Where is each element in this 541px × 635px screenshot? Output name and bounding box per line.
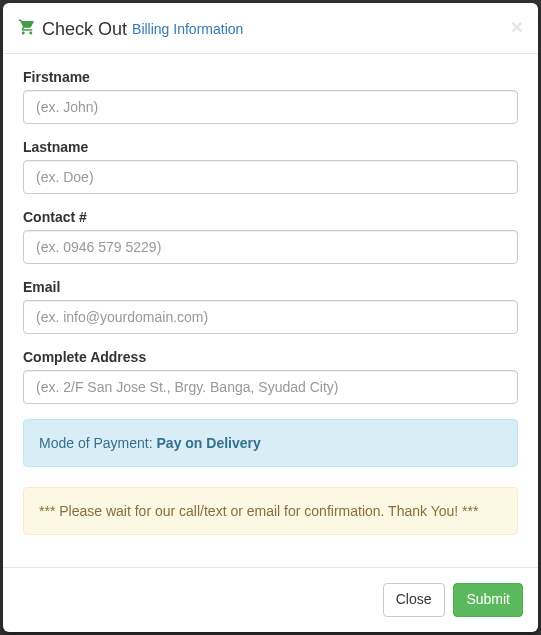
- modal-footer: Close Submit: [3, 567, 538, 632]
- payment-mode-label: Mode of Payment:: [39, 435, 157, 451]
- contact-input[interactable]: [23, 230, 518, 264]
- lastname-group: Lastname: [23, 139, 518, 194]
- modal-header: Check Out Billing Information ×: [3, 3, 538, 54]
- submit-button[interactable]: Submit: [453, 583, 523, 617]
- lastname-label: Lastname: [23, 139, 518, 155]
- cart-icon: [18, 18, 36, 39]
- email-label: Email: [23, 279, 518, 295]
- modal-body: Firstname Lastname Contact # Email Compl…: [3, 54, 538, 567]
- email-input[interactable]: [23, 300, 518, 334]
- address-label: Complete Address: [23, 349, 518, 365]
- payment-mode-value: Pay on Delivery: [157, 435, 261, 451]
- email-group: Email: [23, 279, 518, 334]
- firstname-group: Firstname: [23, 69, 518, 124]
- payment-mode-alert: Mode of Payment: Pay on Delivery: [23, 419, 518, 467]
- contact-label: Contact #: [23, 209, 518, 225]
- confirmation-alert: *** Please wait for our call/text or ema…: [23, 487, 518, 535]
- close-button[interactable]: Close: [383, 583, 445, 617]
- modal-title: Check Out: [42, 20, 127, 38]
- checkout-modal: Check Out Billing Information × Firstnam…: [3, 3, 538, 632]
- firstname-label: Firstname: [23, 69, 518, 85]
- modal-subtitle: Billing Information: [132, 21, 243, 37]
- lastname-input[interactable]: [23, 160, 518, 194]
- contact-group: Contact #: [23, 209, 518, 264]
- address-group: Complete Address: [23, 349, 518, 404]
- firstname-input[interactable]: [23, 90, 518, 124]
- close-icon[interactable]: ×: [511, 16, 523, 37]
- address-input[interactable]: [23, 370, 518, 404]
